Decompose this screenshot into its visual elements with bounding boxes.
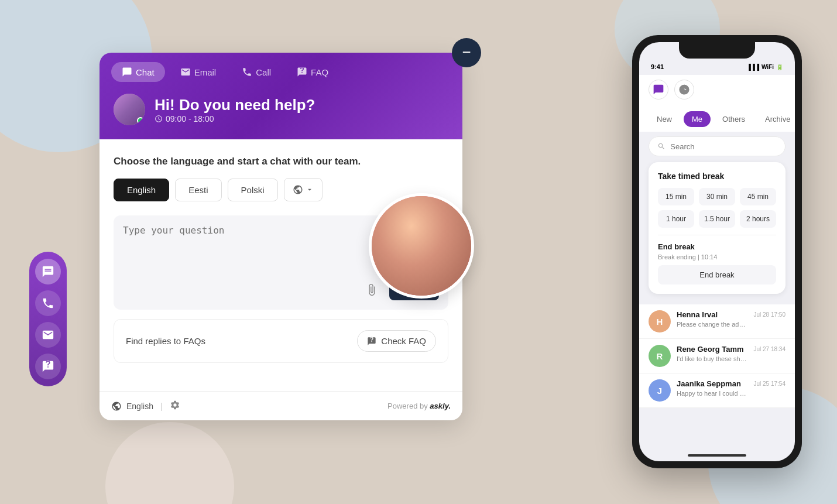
break-2hours[interactable]: 2 hours	[740, 210, 776, 228]
agent-hours: 09:00 - 18:00	[155, 114, 315, 124]
phone-tab-me[interactable]: Me	[684, 111, 711, 127]
chat-msg-1: Please change the address, we have moved…	[677, 321, 748, 328]
end-break-section: End break Break ending | 10:14 End break	[658, 235, 776, 284]
widget-agent-info: Hi! Do you need help? 09:00 - 18:00	[100, 82, 462, 139]
tab-email[interactable]: Email	[170, 62, 227, 82]
phone-mockup: 9:41 ▐▐▐ WiFi 🔋	[632, 35, 802, 468]
agent-photo-large	[369, 193, 474, 299]
agent-greeting: Hi! Do you need help?	[155, 96, 315, 114]
lang-more-button[interactable]	[284, 178, 323, 201]
phone-nav-tabs: New Me Others Archive	[639, 107, 795, 132]
tab-faq[interactable]: FAQ	[286, 62, 339, 82]
background-blob-bottom-left	[105, 422, 234, 504]
sidebar-email-icon[interactable]	[35, 322, 61, 348]
phone-tab-new[interactable]: New	[649, 111, 680, 127]
phone-tab-others[interactable]: Others	[714, 111, 753, 127]
settings-button[interactable]	[170, 400, 180, 412]
search-input[interactable]	[670, 142, 777, 151]
break-1hour[interactable]: 1 hour	[658, 210, 694, 228]
globe-icon	[111, 401, 122, 412]
break-1-5hour[interactable]: 1.5 hour	[699, 210, 735, 228]
sidebar-call-icon[interactable]	[35, 290, 61, 316]
chat-time-1: Jul 28 17:50	[754, 311, 786, 318]
faq-text: Find replies to FAQs	[126, 336, 205, 346]
chat-name-1: Henna Irval	[677, 310, 748, 319]
agent-avatar	[114, 94, 145, 125]
phone-home-bar	[688, 454, 746, 457]
chat-avatar-2: R	[649, 345, 671, 367]
widget-footer: English | Powered by askly.	[100, 391, 462, 420]
chat-avatar-3: J	[649, 379, 671, 402]
break-ending-text: Break ending | 10:14	[658, 253, 776, 260]
language-prompt: Choose the language and start a chat wit…	[114, 156, 448, 167]
gear-icon	[170, 400, 180, 410]
chat-time-2: Jul 27 18:34	[754, 346, 786, 352]
powered-by: Powered by askly.	[387, 402, 451, 410]
break-45min[interactable]: 45 min	[740, 188, 776, 205]
tab-chat[interactable]: Chat	[111, 62, 165, 82]
online-status-dot	[137, 117, 144, 124]
sidebar-icon-panel	[29, 252, 67, 386]
end-break-button[interactable]: End break	[658, 265, 776, 284]
tab-call[interactable]: Call	[231, 62, 282, 82]
widget-header: Chat Email Call FAQ	[100, 53, 462, 139]
end-break-title: End break	[658, 242, 776, 251]
phone-notch	[679, 42, 755, 59]
app-logo-chat[interactable]	[649, 80, 668, 100]
attach-button[interactable]	[361, 279, 382, 300]
chat-avatar-1: H	[649, 310, 671, 332]
chat-item-3[interactable]: J Jaanika Seppman Happy to hear I could …	[639, 373, 795, 408]
check-faq-button[interactable]: Check FAQ	[357, 330, 436, 352]
chat-name-3: Jaanika Seppman	[677, 379, 748, 388]
footer-language: English	[126, 402, 153, 411]
sidebar-faq-icon[interactable]	[35, 354, 61, 379]
phone-search-bar[interactable]	[649, 136, 785, 156]
break-15min[interactable]: 15 min	[658, 188, 694, 205]
break-30min[interactable]: 30 min	[699, 188, 735, 205]
chat-time-3: Jul 25 17:54	[754, 380, 786, 387]
break-time-grid: 15 min 30 min 45 min 1 hour 1.5 hour 2 h…	[658, 188, 776, 228]
phone-screen: 9:41 ▐▐▐ WiFi 🔋	[639, 42, 795, 461]
phone-frame: 9:41 ▐▐▐ WiFi 🔋	[632, 35, 802, 468]
lang-btn-polski[interactable]: Polski	[228, 179, 278, 201]
chat-msg-3: Happy to hear I could help you. Thank yo…	[677, 390, 748, 397]
sidebar-chat-icon[interactable]	[35, 259, 61, 284]
widget-tabs: Chat Email Call FAQ	[100, 53, 462, 82]
break-card: Take timed break 15 min 30 min 45 min 1 …	[649, 162, 785, 294]
app-logo-clock[interactable]	[674, 80, 694, 100]
chat-list: H Henna Irval Please change the address,…	[639, 300, 795, 413]
chat-widget-container: − Chat Email Call FAQ	[100, 53, 462, 420]
search-icon	[657, 142, 666, 151]
agent-text: Hi! Do you need help? 09:00 - 18:00	[155, 96, 315, 124]
chat-msg-2: I'd like to buy these shoes, can you del…	[677, 355, 748, 362]
faq-section: Find replies to FAQs Check FAQ	[114, 319, 448, 363]
break-card-title: Take timed break	[658, 172, 776, 181]
lang-btn-english[interactable]: English	[114, 179, 169, 201]
phone-app-header	[639, 75, 795, 107]
phone-tab-archive[interactable]: Archive	[757, 111, 795, 127]
chat-name-2: Rene Georg Tamm	[677, 345, 748, 354]
chat-item-2[interactable]: R Rene Georg Tamm I'd like to buy these …	[639, 339, 795, 373]
minimize-button[interactable]: −	[452, 38, 481, 67]
lang-btn-eesti[interactable]: Eesti	[175, 179, 221, 201]
chat-item-1[interactable]: H Henna Irval Please change the address,…	[639, 304, 795, 339]
